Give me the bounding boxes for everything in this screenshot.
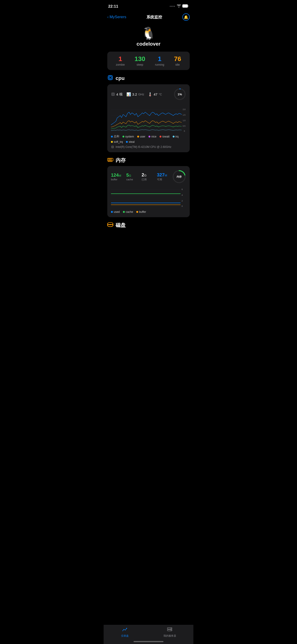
svg-text:1.0: 1.0	[183, 119, 186, 122]
memory-legend: used cache buffer	[111, 210, 186, 214]
zombie-value: 1	[118, 55, 122, 63]
wifi-icon	[177, 4, 181, 8]
legend-dot-user	[137, 136, 139, 138]
status-bar: 22:11 ••••	[104, 0, 194, 12]
memory-stats-row: 124M buffer 5G cache 2G 已用 327M 可	[111, 170, 186, 184]
server-emoji: 🐧	[141, 27, 156, 39]
cpu-freq-unit: GHz	[138, 92, 144, 96]
cpu-model: Intel(R) Core(TM) i5-4210M CPU @ 2.60GHz	[111, 145, 186, 148]
used-label: 已用	[142, 178, 147, 181]
sleep-value: 130	[134, 55, 145, 63]
cpu-section-title: cpu	[116, 75, 124, 81]
cpu-card: 4 核 📊 3.2 GHz 🌡️ 47 °C 1%	[107, 84, 190, 152]
used-unit: G	[144, 174, 146, 177]
cpu-freq-value: 3.2	[132, 92, 137, 96]
server-header: 🐧 codelover	[104, 24, 194, 52]
status-time: 22:11	[108, 4, 118, 9]
chevron-left-icon: ‹	[107, 15, 109, 19]
running-value: 1	[158, 55, 162, 63]
legend-label-softirq: soft_irq	[114, 140, 123, 144]
memory-section-header: 内存	[104, 157, 194, 166]
used-stat: 2G 已用	[142, 172, 155, 181]
legend-dot-steal	[126, 141, 128, 143]
idle-value: 76	[174, 55, 181, 63]
svg-text:0.5: 0.5	[183, 125, 186, 127]
legend-item-user: user	[137, 134, 145, 138]
cpu-percent-circle: 1%	[174, 88, 186, 100]
nav-title: 系统监控	[146, 14, 162, 20]
cpu-cores-value: 4	[116, 92, 118, 96]
mem-legend-label-cache: cache	[126, 210, 133, 214]
svg-text:0: 0	[182, 205, 183, 207]
cpu-temp-unit: °C	[159, 92, 162, 96]
nav-back-label: MySerers	[110, 15, 126, 19]
process-stats-card: 1 zombie 130 sleep 1 running 76 idle	[107, 52, 190, 70]
memory-section-title: 内存	[116, 157, 126, 164]
svg-rect-1	[188, 5, 189, 7]
legend-label-nice: nice	[151, 135, 156, 138]
cpu-temp-detail: 🌡️ 47 °C	[148, 92, 162, 96]
svg-text:4: 4	[182, 194, 183, 196]
idle-stat: 76 idle	[174, 55, 181, 66]
legend-dot-system	[122, 136, 124, 138]
zombie-label: zombie	[116, 63, 125, 66]
cpu-legend: 总和 system user nice iowait irq	[111, 134, 186, 144]
temp-icon: 🌡️	[148, 92, 152, 96]
cache-value: 5	[126, 172, 129, 178]
running-stat: 1 running	[155, 55, 164, 66]
freq-icon: 📊	[126, 92, 131, 96]
available-label: 可用	[157, 178, 162, 181]
cache-unit: G	[129, 174, 131, 177]
legend-label-steal: steal	[129, 140, 134, 144]
bell-button[interactable]: 🔔	[182, 13, 190, 21]
mem-circle-label: 内存	[176, 175, 182, 178]
legend-label-iowait: iowait	[162, 135, 170, 138]
svg-rect-16	[112, 93, 114, 96]
cpu-percent-text: 1%	[178, 92, 182, 96]
memory-icon	[107, 157, 113, 164]
bell-icon: 🔔	[184, 15, 188, 19]
legend-item-irq: irq	[173, 134, 178, 138]
disk-icon	[107, 222, 113, 228]
disk-section-header: 磁盘	[104, 222, 194, 231]
mem-legend-item-cache: cache	[123, 210, 133, 214]
legend-item-softirq: soft_irq	[111, 140, 123, 144]
svg-rect-31	[112, 146, 113, 148]
memory-card: 124M buffer 5G cache 2G 已用 327M 可	[107, 166, 190, 217]
cpu-section-header: cpu	[104, 75, 194, 84]
signal-dots-icon: ••••	[170, 5, 176, 8]
sleep-label: sleep	[136, 63, 143, 66]
legend-dot-softirq	[111, 141, 113, 143]
available-value: 327	[157, 172, 164, 177]
mem-legend-dot-buffer	[136, 211, 138, 213]
svg-text:0: 0	[184, 130, 185, 132]
cache-stat: 5G cache	[126, 172, 140, 181]
buffer-stat: 124M buffer	[111, 172, 124, 181]
nav-back-button[interactable]: ‹ MySerers	[107, 15, 126, 19]
memory-chart: 6 4 2 0	[111, 187, 186, 208]
legend-label-irq: irq	[176, 135, 178, 138]
cache-label: cache	[126, 178, 133, 181]
used-value: 2	[142, 172, 144, 177]
legend-dot-iowait	[160, 136, 162, 138]
status-icons: ••••	[170, 4, 189, 8]
legend-item-iowait: iowait	[160, 134, 170, 138]
svg-text:6: 6	[182, 188, 183, 190]
legend-item-steal: steal	[126, 140, 134, 144]
mem-legend-item-buffer: buffer	[136, 210, 146, 214]
buffer-unit: M	[118, 174, 121, 177]
cpu-cores-detail: 4 核	[111, 92, 123, 96]
mem-legend-dot-used	[111, 211, 113, 213]
cpu-model-text: Intel(R) Core(TM) i5-4210M CPU @ 2.60GHz	[116, 145, 171, 148]
legend-dot-irq	[173, 136, 174, 138]
svg-rect-0	[182, 4, 188, 8]
cpu-freq-detail: 📊 3.2 GHz	[126, 92, 144, 96]
mem-legend-item-used: used	[111, 210, 120, 214]
mem-legend-label-buffer: buffer	[139, 210, 146, 214]
legend-item-nice: nice	[148, 134, 156, 138]
svg-text:1.5: 1.5	[183, 114, 186, 116]
legend-item-system: system	[122, 134, 134, 138]
mem-legend-dot-cache	[123, 211, 125, 213]
cpu-icon	[107, 75, 113, 82]
cpu-cores-label: 核	[119, 92, 123, 96]
